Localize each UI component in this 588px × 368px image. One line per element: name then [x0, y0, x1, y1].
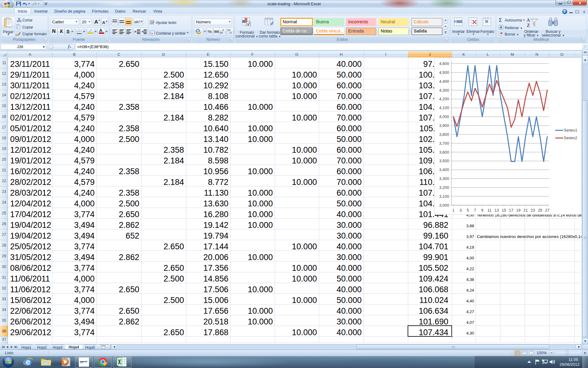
- svg-text:ab: ab: [134, 20, 138, 24]
- svg-text:a: a: [151, 32, 153, 35]
- svg-text:Z: Z: [527, 23, 530, 28]
- svg-text:A: A: [526, 17, 530, 23]
